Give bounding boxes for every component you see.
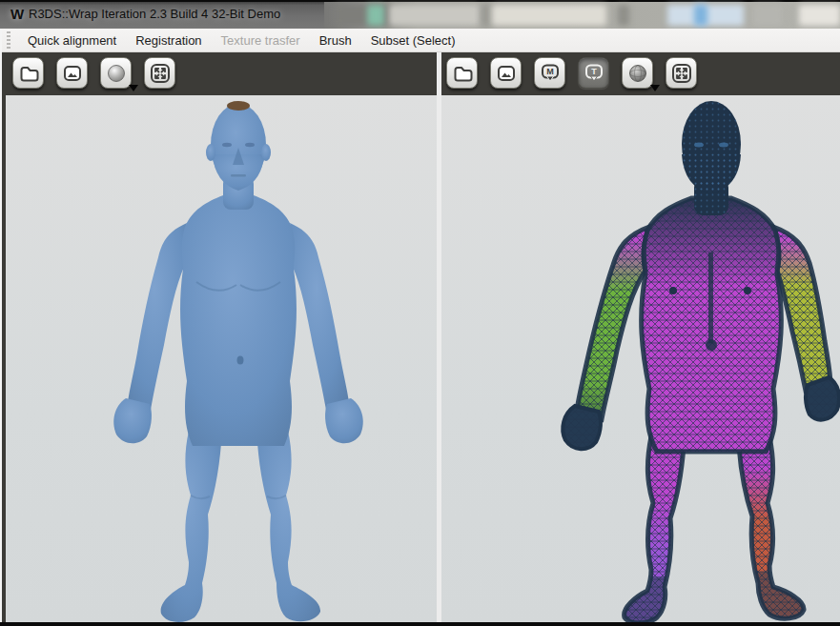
wireframe-model bbox=[441, 95, 840, 622]
menu-registration[interactable]: Registration bbox=[126, 30, 211, 50]
load-texture-icon: T bbox=[583, 62, 605, 85]
folder-icon bbox=[451, 62, 474, 85]
blur-shape bbox=[799, 5, 840, 26]
menu-quick-alignment[interactable]: Quick alignment bbox=[18, 30, 126, 50]
blur-shape bbox=[481, 5, 491, 26]
blur-shape bbox=[753, 5, 782, 26]
folder-icon bbox=[17, 62, 40, 85]
left-fit-view-button[interactable] bbox=[144, 57, 175, 89]
left-open-folder-button[interactable] bbox=[12, 57, 44, 89]
toolbar-drag-handle[interactable] bbox=[7, 31, 10, 50]
blur-shape bbox=[389, 5, 480, 26]
app-logo-icon: W bbox=[9, 6, 26, 23]
load-mesh-button[interactable]: M bbox=[534, 57, 565, 89]
shaded-model bbox=[6, 95, 437, 622]
dropdown-arrow-icon bbox=[129, 85, 138, 91]
fit-view-icon bbox=[149, 62, 172, 85]
right-shading-mode-button[interactable] bbox=[622, 57, 653, 89]
toolbar-band: M T bbox=[0, 52, 840, 95]
menubar: Quick alignment Registration Texture tra… bbox=[0, 29, 840, 52]
blur-shape bbox=[336, 5, 393, 26]
blur-shape bbox=[618, 5, 629, 26]
svg-text:T: T bbox=[591, 66, 597, 75]
blur-shape bbox=[367, 5, 384, 26]
viewport-row bbox=[0, 95, 840, 622]
image-icon bbox=[61, 62, 84, 85]
menu-brush[interactable]: Brush bbox=[310, 30, 361, 50]
load-texture-button[interactable]: T bbox=[578, 57, 609, 89]
image-icon bbox=[495, 62, 518, 85]
background-windows-blur bbox=[324, 2, 840, 29]
fit-view-icon bbox=[670, 62, 693, 85]
window-title: R3DS::Wrap Iteration 2.3 Build 4 32-Bit … bbox=[29, 7, 280, 21]
menu-texture-transfer: Texture trasfer bbox=[212, 30, 310, 50]
right-viewport-canvas[interactable] bbox=[441, 95, 840, 622]
dropdown-arrow-icon bbox=[650, 85, 660, 91]
blur-shape bbox=[492, 5, 606, 26]
menu-subset-select[interactable]: Subset (Select) bbox=[361, 30, 465, 50]
wire-sphere-icon bbox=[626, 62, 649, 85]
right-open-image-button[interactable] bbox=[490, 57, 522, 89]
left-shading-mode-button[interactable] bbox=[100, 57, 132, 89]
left-viewport-canvas[interactable] bbox=[6, 95, 437, 622]
right-open-folder-button[interactable] bbox=[446, 57, 478, 89]
shaded-sphere-icon bbox=[105, 62, 128, 85]
window-left-frame bbox=[2, 52, 6, 622]
pane-splitter[interactable] bbox=[437, 52, 441, 622]
window-bottom-border bbox=[0, 622, 840, 626]
load-mesh-icon: M bbox=[539, 62, 562, 85]
blur-shape bbox=[694, 5, 707, 26]
titlebar[interactable]: W R3DS::Wrap Iteration 2.3 Build 4 32-Bi… bbox=[0, 0, 840, 29]
left-open-image-button[interactable] bbox=[56, 57, 88, 89]
svg-text:M: M bbox=[546, 66, 554, 75]
right-fit-view-button[interactable] bbox=[666, 57, 697, 89]
